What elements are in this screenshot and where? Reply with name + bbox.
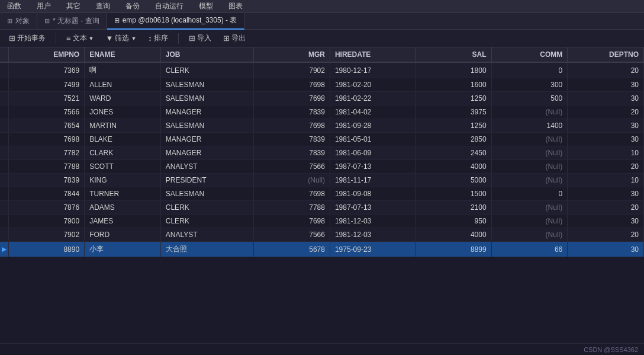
table-row[interactable]: 7369 啊 CLERK 7902 1980-12-17 1800 0 20: [0, 62, 644, 78]
table-row[interactable]: 7698 BLAKE MANAGER 7839 1981-05-01 2850 …: [0, 133, 644, 146]
menu-item-用户[interactable]: 用户: [34, 0, 53, 12]
cell-deptno: 30: [568, 78, 644, 92]
cell-mgr: 7698: [254, 92, 330, 105]
menu-item-自动运行[interactable]: 自动运行: [153, 0, 186, 12]
cell-sal: 2850: [415, 133, 491, 146]
tab-emp-@db0618-(localhost_3305)---表[interactable]: ⊞emp @db0618 (localhost_3305) - 表: [107, 13, 245, 30]
menu-item-其它[interactable]: 其它: [64, 0, 83, 12]
filter-btn-icon: ▼: [106, 34, 114, 43]
cell-empno: 7900: [8, 215, 85, 228]
cell-job: SALESMAN: [160, 119, 253, 133]
cell-empno: 7876: [8, 201, 85, 215]
menu-item-图表[interactable]: 图表: [226, 0, 245, 12]
menu-item-模型[interactable]: 模型: [197, 0, 215, 12]
tab-*-无标题---查询[interactable]: ⊞* 无标题 - 查询: [37, 13, 107, 30]
tab-icon: ⊞: [44, 17, 50, 25]
sort-btn-icon: ↕: [148, 34, 152, 43]
tab-bar: ⊞对象⊞* 无标题 - 查询⊞emp @db0618 (localhost_33…: [0, 13, 644, 30]
cell-mgr: 7698: [254, 78, 330, 92]
row-indicator: [0, 174, 8, 187]
arrow-icon: ▼: [131, 36, 136, 41]
table-header-row: EMPNO ENAME JOB MGR HIREDATE SAL COMM DE…: [0, 47, 644, 62]
table-row[interactable]: 7844 TURNER SALESMAN 7698 1981-09-08 150…: [0, 187, 644, 201]
cell-deptno: 30: [568, 133, 644, 146]
table-row[interactable]: 7900 JAMES CLERK 7698 1981-12-03 950 (Nu…: [0, 215, 644, 228]
cell-ename: FORD: [85, 228, 161, 242]
import-btn[interactable]: ⊞导入: [185, 31, 215, 45]
cell-sal: 2450: [415, 146, 491, 160]
table-row[interactable]: 7566 JONES MANAGER 7839 1981-04-02 3975 …: [0, 105, 644, 119]
export-btn-icon: ⊞: [223, 34, 230, 43]
cell-comm: 0: [491, 62, 568, 78]
cell-empno: 7566: [8, 105, 85, 119]
toolbar-separator: [56, 33, 56, 44]
tab-label: * 无标题 - 查询: [53, 16, 99, 26]
tab-icon: ⊞: [114, 17, 120, 24]
table-row[interactable]: 7654 MARTIN SALESMAN 7698 1981-09-28 125…: [0, 119, 644, 133]
col-ename[interactable]: ENAME: [85, 47, 161, 62]
row-indicator: [0, 119, 8, 133]
col-job[interactable]: JOB: [160, 47, 253, 62]
cell-ename: MARTIN: [85, 119, 161, 133]
table-row[interactable]: 7521 WARD SALESMAN 7698 1981-02-22 1250 …: [0, 92, 644, 105]
row-indicator: [0, 187, 8, 201]
cell-job: MANAGER: [160, 133, 253, 146]
row-indicator: [0, 201, 8, 215]
cell-deptno: 20: [568, 62, 644, 78]
col-empno[interactable]: EMPNO: [8, 47, 85, 62]
filter-btn[interactable]: ▼筛选▼: [102, 31, 141, 45]
table-row[interactable]: 7839 KING PRESIDENT (Null) 1981-11-17 50…: [0, 174, 644, 187]
cell-hiredate: 1981-09-28: [330, 119, 415, 133]
cell-mgr: 7698: [254, 119, 330, 133]
begin-transaction-btn[interactable]: ⊞开始事务: [5, 31, 50, 45]
status-text: CSDN @SSS4362: [584, 346, 638, 353]
cell-mgr: 7839: [254, 133, 330, 146]
table-row[interactable]: 7782 CLARK MANAGER 7839 1981-06-09 2450 …: [0, 146, 644, 160]
cell-empno: 7839: [8, 174, 85, 187]
cell-mgr: 7839: [254, 146, 330, 160]
sort-btn[interactable]: ↕排序: [144, 31, 172, 45]
table-container[interactable]: EMPNO ENAME JOB MGR HIREDATE SAL COMM DE…: [0, 47, 644, 343]
menu-item-备份[interactable]: 备份: [123, 0, 142, 12]
menu-item-查询[interactable]: 查询: [94, 0, 112, 12]
tab-对象[interactable]: ⊞对象: [0, 13, 37, 30]
table-row[interactable]: 7499 ALLEN SALESMAN 7698 1981-02-20 1600…: [0, 78, 644, 92]
cell-comm: 300: [491, 78, 568, 92]
cell-mgr: 7698: [254, 215, 330, 228]
table-row[interactable]: 7788 SCOTT ANALYST 7566 1987-07-13 4000 …: [0, 160, 644, 174]
export-btn[interactable]: ⊞导出: [219, 31, 250, 45]
cell-hiredate: 1981-11-17: [330, 174, 415, 187]
text-btn-label: 文本: [73, 33, 87, 43]
row-indicator: [0, 215, 8, 228]
cell-hiredate: 1981-02-20: [330, 78, 415, 92]
cell-ename: SCOTT: [85, 160, 161, 174]
table-row[interactable]: 7876 ADAMS CLERK 7788 1987-07-13 2100 (N…: [0, 201, 644, 215]
col-mgr[interactable]: MGR: [254, 47, 330, 62]
text-btn[interactable]: ≡文本▼: [62, 31, 98, 45]
col-hiredate[interactable]: HIREDATE: [330, 47, 415, 62]
cell-deptno: 30: [568, 187, 644, 201]
table-row[interactable]: ▶ 8890 小李 大合照 5678 1975-09-23 8899 66 30: [0, 242, 644, 257]
row-indicator: [0, 105, 8, 119]
cell-job: CLERK: [160, 62, 253, 78]
cell-job: SALESMAN: [160, 92, 253, 105]
col-sal[interactable]: SAL: [415, 47, 491, 62]
cell-empno: 8890: [8, 242, 85, 257]
cell-comm: (Null): [491, 105, 568, 119]
table-row[interactable]: 7902 FORD ANALYST 7566 1981-12-03 4000 (…: [0, 228, 644, 242]
cell-mgr: 5678: [254, 242, 330, 257]
row-indicator: [0, 78, 8, 92]
row-indicator: [0, 160, 8, 174]
cell-sal: 1250: [415, 119, 491, 133]
begin-transaction-btn-icon: ⊞: [9, 34, 15, 43]
cell-comm: (Null): [491, 215, 568, 228]
cell-empno: 7369: [8, 62, 85, 78]
col-indicator: [0, 47, 8, 62]
cell-deptno: 10: [568, 174, 644, 187]
cell-empno: 7844: [8, 187, 85, 201]
col-comm[interactable]: COMM: [491, 47, 568, 62]
tab-label: 对象: [15, 16, 30, 26]
cell-comm: 66: [491, 242, 568, 257]
menu-item-函数[interactable]: 函数: [5, 0, 24, 12]
col-deptno[interactable]: DEPTNO: [568, 47, 644, 62]
